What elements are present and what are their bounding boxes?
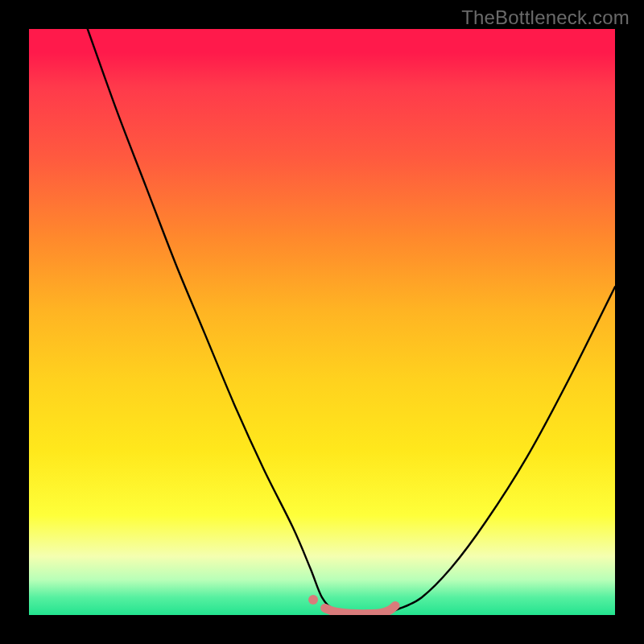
bottleneck-curve	[88, 29, 615, 615]
chart-plot-area	[29, 29, 615, 615]
flat-bottom-marker-dot	[308, 595, 318, 605]
flat-bottom-marker-stroke	[325, 605, 395, 613]
chart-svg	[29, 29, 615, 615]
watermark-text: TheBottleneck.com	[461, 6, 630, 29]
chart-frame: TheBottleneck.com	[0, 0, 644, 644]
